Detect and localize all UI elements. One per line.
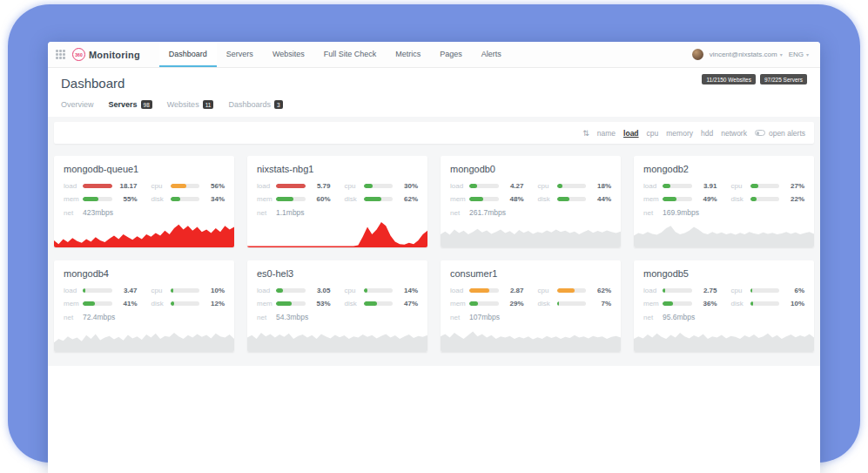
- metric-bar: [83, 197, 112, 201]
- server-card-consumer1[interactable]: consumer1 load 2.87 cpu 62% mem 29% disk…: [441, 260, 621, 352]
- tab-websites[interactable]: Websites 11: [167, 100, 214, 109]
- open-alerts-toggle[interactable]: open alerts: [755, 129, 805, 138]
- nav-item-label: Alerts: [481, 50, 501, 58]
- metric-bar: [276, 301, 306, 306]
- metric-label: mem: [643, 195, 658, 203]
- sort-options: nameloadcpumemoryhddnetwork: [597, 129, 747, 138]
- metric-row: cpu 27%: [731, 182, 805, 190]
- metric-row: load 3.05: [257, 287, 331, 294]
- nav-item-websites[interactable]: Websites: [263, 42, 314, 67]
- metric-bar-fill: [364, 184, 373, 188]
- metric-bar-fill: [171, 184, 187, 188]
- metric-bar-fill: [364, 301, 378, 306]
- sort-toolbar: ⇅ nameloadcpumemoryhddnetwork open alert…: [54, 122, 814, 144]
- server-card-es0-hel3[interactable]: es0-hel3 load 3.05 cpu 14% mem 53% disk …: [247, 260, 427, 352]
- metric-row: cpu 62%: [538, 287, 612, 294]
- metric-label: mem: [257, 300, 272, 307]
- metric-label: disk: [731, 195, 746, 203]
- metric-label: cpu: [538, 182, 553, 190]
- metric-value: 12%: [204, 300, 225, 307]
- page-header: Dashboard 11/2150 Websites97/225 Servers: [48, 68, 820, 91]
- net-label: net: [643, 314, 658, 321]
- metric-bar: [276, 288, 306, 293]
- metric-value: 36%: [696, 300, 717, 307]
- metric-label: load: [643, 287, 658, 294]
- metric-bar: [663, 184, 692, 188]
- sort-option-load[interactable]: load: [623, 129, 638, 138]
- sort-option-network[interactable]: network: [721, 129, 747, 138]
- nav-item-dashboard[interactable]: Dashboard: [159, 42, 217, 67]
- tab-dashboards[interactable]: Dashboards 3: [228, 100, 282, 109]
- server-card-mongodb5[interactable]: mongodb5 load 2.75 cpu 6% mem 36% disk 1…: [634, 260, 814, 352]
- metric-bar: [557, 288, 587, 293]
- server-card-mongodb4[interactable]: mongodb4 load 3.47 cpu 10% mem 41% disk …: [54, 260, 234, 352]
- metric-row: mem 55%: [64, 195, 138, 203]
- usage-badge: 11/2150 Websites: [702, 74, 755, 84]
- nav-item-pages[interactable]: Pages: [430, 42, 472, 67]
- server-metrics: load 3.91 cpu 27% mem 49% disk 22%: [643, 182, 804, 203]
- metric-row: mem 29%: [450, 300, 524, 307]
- tab-servers[interactable]: Servers 98: [109, 100, 152, 109]
- server-card-grid: mongodb-queue1 load 18.17 cpu 56% mem 55…: [54, 156, 814, 352]
- server-card-mongodb0[interactable]: mongodb0 load 4.27 cpu 18% mem 48% disk …: [441, 156, 621, 247]
- metric-bar: [276, 197, 306, 201]
- language-menu[interactable]: ENG ▾: [789, 51, 809, 58]
- sort-option-name[interactable]: name: [597, 129, 616, 138]
- logo[interactable]: 360 Monitoring: [72, 48, 140, 61]
- metric-row: load 5.79: [257, 182, 331, 190]
- metric-label: mem: [643, 300, 658, 307]
- sort-option-memory[interactable]: memory: [666, 129, 693, 138]
- nav-item-full-site-check[interactable]: Full Site Check: [314, 42, 387, 67]
- sparkline-chart: [441, 221, 621, 247]
- metric-bar-fill: [557, 197, 570, 201]
- metric-label: cpu: [731, 182, 746, 190]
- server-card-nixstats-nbg1[interactable]: nixstats-nbg1 load 5.79 cpu 30% mem 60% …: [247, 156, 427, 247]
- app-grid-icon[interactable]: [56, 50, 65, 59]
- server-name: mongodb5: [643, 268, 804, 279]
- sparkline-chart: [54, 221, 234, 247]
- net-value: 169.9mbps: [663, 208, 699, 217]
- net-value: 95.6mbps: [663, 313, 695, 321]
- metric-value: 56%: [204, 182, 225, 190]
- server-card-mongodb-queue1[interactable]: mongodb-queue1 load 18.17 cpu 56% mem 55…: [54, 156, 234, 247]
- server-name: mongodb4: [64, 268, 225, 279]
- user-avatar[interactable]: [692, 49, 703, 60]
- metric-label: mem: [450, 195, 465, 203]
- metric-label: disk: [538, 195, 553, 203]
- metric-value: 49%: [696, 195, 717, 203]
- open-alerts-label: open alerts: [769, 129, 805, 138]
- metric-bar: [663, 288, 692, 293]
- metric-bar-fill: [276, 288, 283, 293]
- metric-row: mem 48%: [450, 195, 524, 203]
- server-metrics: load 3.47 cpu 10% mem 41% disk 12%: [64, 287, 225, 307]
- top-navbar: 360 Monitoring Dashboard Servers Website…: [48, 42, 820, 68]
- metric-value: 48%: [503, 195, 524, 203]
- net-row: net 169.9mbps: [643, 208, 804, 217]
- metric-label: mem: [64, 195, 78, 203]
- metric-bar: [750, 184, 780, 188]
- metric-bar: [171, 184, 200, 188]
- nav-item-alerts[interactable]: Alerts: [472, 42, 511, 67]
- sort-option-cpu[interactable]: cpu: [647, 129, 659, 138]
- metric-label: cpu: [538, 287, 553, 294]
- toggle-icon: [755, 130, 765, 136]
- server-card-mongodb2[interactable]: mongodb2 load 3.91 cpu 27% mem 49% disk …: [634, 156, 814, 247]
- net-row: net 423mbps: [64, 208, 225, 217]
- user-email-menu[interactable]: vincent@nixstats.com ▾: [710, 51, 783, 58]
- sort-option-hdd[interactable]: hdd: [701, 129, 713, 138]
- tab-overview[interactable]: Overview: [61, 100, 94, 109]
- language-label: ENG: [789, 51, 804, 58]
- metric-bar-fill: [83, 288, 85, 293]
- metric-bar-fill: [469, 197, 483, 201]
- metric-bar-fill: [171, 301, 174, 306]
- metric-row: disk 34%: [151, 195, 225, 203]
- server-metrics: load 5.79 cpu 30% mem 60% disk 62%: [257, 182, 418, 203]
- nav-item-servers[interactable]: Servers: [217, 42, 263, 67]
- usage-badges: 11/2150 Websites97/225 Servers: [702, 74, 807, 84]
- metric-bar-fill: [663, 301, 673, 306]
- metric-bar: [364, 288, 394, 293]
- metric-value: 10%: [784, 300, 804, 307]
- nav-item-metrics[interactable]: Metrics: [386, 42, 430, 67]
- metric-bar: [276, 184, 306, 188]
- metric-value: 44%: [590, 195, 611, 203]
